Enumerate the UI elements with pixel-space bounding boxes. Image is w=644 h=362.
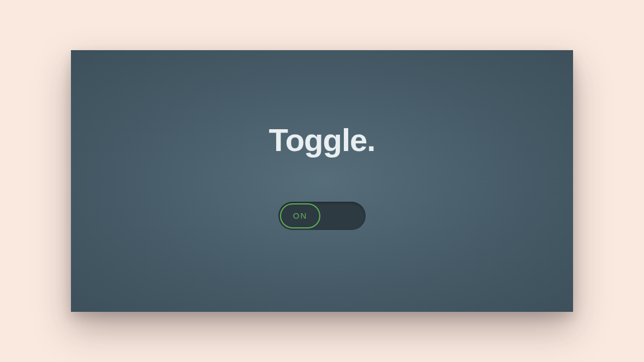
demo-panel: Toggle. ON [71,50,573,312]
toggle-knob: ON [280,203,320,228]
toggle-switch[interactable]: ON [278,202,366,230]
page-title: Toggle. [269,122,375,158]
toggle-state-label: ON [293,211,308,220]
